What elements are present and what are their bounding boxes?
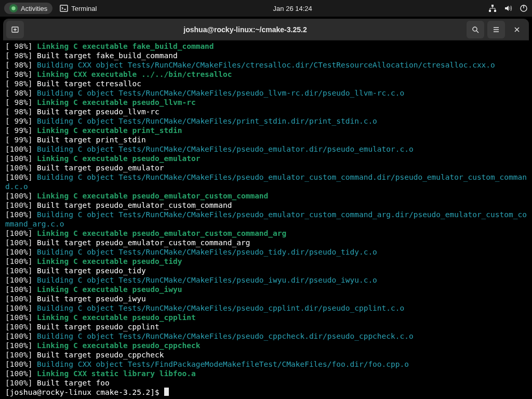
- svg-rect-3: [489, 10, 491, 12]
- terminal-window: joshua@rocky-linux:~/cmake-3.25.2 [ 98%]…: [3, 19, 529, 399]
- close-button[interactable]: [508, 21, 526, 38]
- svg-point-10: [473, 27, 477, 31]
- window-title: joshua@rocky-linux:~/cmake-3.25.2: [27, 25, 463, 34]
- activities-logo-icon: [9, 4, 18, 12]
- app-menu-label: Terminal: [71, 5, 97, 12]
- menu-button[interactable]: [487, 21, 505, 38]
- svg-rect-4: [494, 10, 496, 12]
- titlebar: joshua@rocky-linux:~/cmake-3.25.2: [3, 19, 529, 41]
- svg-rect-1: [60, 5, 68, 11]
- gnome-topbar: Activities Terminal Jan 26 14:24: [0, 0, 532, 17]
- cursor: [164, 388, 169, 396]
- search-button[interactable]: [467, 21, 484, 38]
- svg-rect-2: [491, 5, 494, 7]
- activities-label: Activities: [21, 5, 47, 12]
- power-icon[interactable]: [520, 4, 528, 12]
- terminal-output[interactable]: [ 98%] Linking C executable fake_build_c…: [3, 41, 529, 399]
- svg-point-0: [11, 6, 16, 10]
- app-menu[interactable]: Terminal: [60, 4, 97, 12]
- network-icon[interactable]: [488, 4, 497, 12]
- svg-line-11: [476, 31, 478, 33]
- volume-icon[interactable]: [504, 4, 512, 12]
- activities-button[interactable]: Activities: [4, 3, 52, 14]
- terminal-icon: [60, 4, 68, 12]
- clock[interactable]: Jan 26 14:24: [273, 5, 312, 12]
- new-tab-button[interactable]: [6, 21, 24, 38]
